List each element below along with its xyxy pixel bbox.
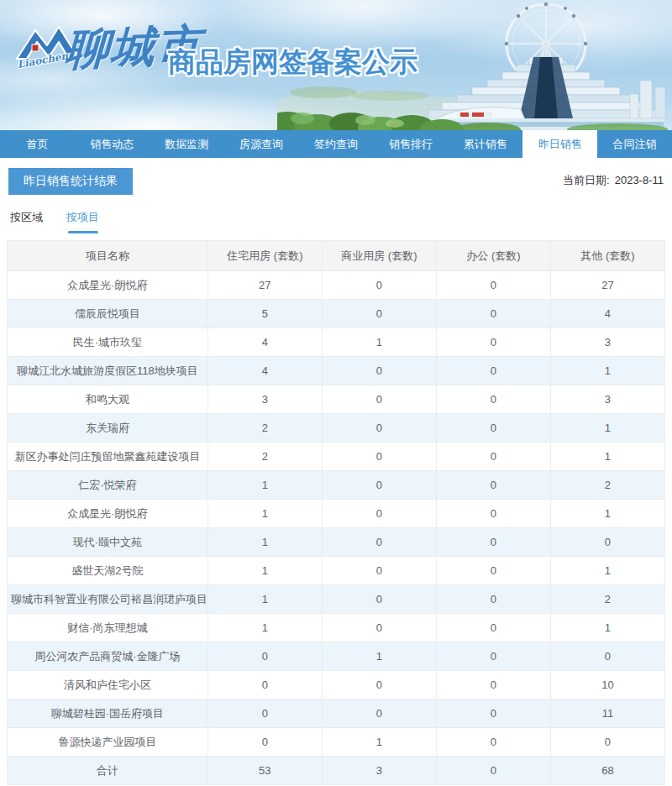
value-cell: 0 (436, 328, 550, 357)
nav-item-1[interactable]: 销售动态 (75, 130, 150, 158)
value-cell: 3 (322, 757, 436, 785)
value-cell: 27 (207, 271, 322, 300)
value-cell: 1 (207, 528, 322, 557)
brand-area: Liaocheng 聊城市 商品房网签备案公示 (0, 0, 672, 130)
current-date: 当前日期:2023-8-11 (563, 173, 664, 188)
value-cell: 53 (207, 757, 322, 785)
value-cell: 0 (322, 614, 436, 642)
value-cell: 0 (550, 728, 664, 757)
value-cell: 10 (550, 671, 664, 700)
value-cell: 0 (322, 700, 436, 728)
project-name-cell: 众成星光·朗悦府 (8, 271, 208, 300)
project-name-cell: 聊城碧桂园·国岳府项目 (8, 700, 208, 728)
value-cell: 1 (207, 585, 322, 614)
value-cell: 1 (207, 557, 322, 585)
tab-1[interactable]: 按项目 (65, 207, 101, 233)
value-cell: 0 (436, 614, 550, 642)
value-cell: 0 (207, 671, 322, 700)
value-cell: 3 (550, 328, 664, 357)
value-cell: 4 (550, 300, 664, 328)
value-cell: 0 (207, 700, 322, 728)
column-header: 项目名称 (8, 241, 208, 271)
value-cell: 0 (322, 471, 436, 500)
table-row: 清风和庐住宅小区00010 (8, 671, 665, 700)
value-cell: 0 (550, 642, 664, 671)
project-name-cell: 鲁源快递产业园项目 (8, 728, 208, 757)
table-header-row: 项目名称住宅用房 (套数)商业用房 (套数)办公 (套数)其他 (套数) (8, 241, 665, 271)
table-row: 鲁源快递产业园项目0100 (8, 728, 665, 757)
value-cell: 1 (550, 357, 664, 385)
project-name-cell: 聊城江北水城旅游度假区118地块项目 (8, 357, 208, 385)
project-name-cell: 和鸣大观 (8, 385, 208, 414)
value-cell: 0 (322, 357, 436, 385)
project-name-cell: 清风和庐住宅小区 (8, 671, 208, 700)
table-row: 聊城江北水城旅游度假区118地块项目4001 (8, 357, 665, 385)
nav-item-8[interactable]: 合同注销 (597, 130, 672, 158)
total-row: 合计533068 (8, 757, 665, 785)
value-cell: 0 (436, 642, 550, 671)
value-cell: 0 (436, 671, 550, 700)
value-cell: 2 (207, 414, 322, 443)
table-row: 和鸣大观3003 (8, 385, 665, 414)
value-cell: 0 (322, 500, 436, 528)
value-cell: 0 (436, 557, 550, 585)
section-title-badge: 昨日销售统计结果 (8, 168, 133, 195)
column-header: 办公 (套数) (436, 241, 550, 271)
project-name-cell: 现代·颐中文苑 (8, 528, 208, 557)
nav-item-3[interactable]: 房源查询 (224, 130, 299, 158)
table-row: 东关瑞府2001 (8, 414, 665, 443)
column-header: 商业用房 (套数) (322, 241, 436, 271)
value-cell: 0 (207, 642, 322, 671)
current-date-label: 当前日期: (563, 174, 610, 186)
value-cell: 1 (207, 500, 322, 528)
project-name-cell: 东关瑞府 (8, 414, 208, 443)
value-cell: 0 (436, 414, 550, 443)
value-cell: 1 (207, 471, 322, 500)
value-cell: 2 (550, 585, 664, 614)
tab-0[interactable]: 按区域 (8, 207, 45, 233)
nav-item-7[interactable]: 昨日销售 (522, 130, 597, 158)
nav-item-5[interactable]: 销售排行 (373, 130, 448, 158)
value-cell: 1 (322, 328, 436, 357)
value-cell: 3 (550, 385, 664, 414)
value-cell: 0 (322, 414, 436, 443)
nav-item-0[interactable]: 首页 (0, 130, 75, 158)
value-cell: 0 (207, 728, 322, 757)
table-row: 民生·城市玖玺4103 (8, 328, 665, 357)
value-cell: 0 (322, 385, 436, 414)
stats-table-wrap: 项目名称住宅用房 (套数)商业用房 (套数)办公 (套数)其他 (套数) 众成星… (0, 233, 672, 785)
value-cell: 1 (550, 414, 664, 443)
project-name-cell: 周公河农产品商贸城·金隆广场 (8, 642, 208, 671)
table-row: 盛世天湖2号院1001 (8, 557, 665, 585)
value-cell: 1 (550, 614, 664, 642)
nav-item-6[interactable]: 累计销售 (448, 130, 522, 158)
value-cell: 1 (322, 642, 436, 671)
value-cell: 0 (550, 528, 664, 557)
table-row: 新区办事处闫庄预留地聚鑫苑建设项目2001 (8, 443, 665, 471)
table-row: 聊城碧桂园·国岳府项目00011 (8, 700, 665, 728)
value-cell: 0 (436, 728, 550, 757)
content-header: 昨日销售统计结果 当前日期:2023-8-11 (0, 158, 672, 207)
value-cell: 0 (436, 443, 550, 471)
nav-item-4[interactable]: 签约查询 (299, 130, 374, 158)
value-cell: 0 (436, 700, 550, 728)
view-tabs: 按区域按项目 (0, 207, 672, 233)
value-cell: 0 (436, 500, 550, 528)
value-cell: 1 (550, 443, 664, 471)
value-cell: 2 (207, 443, 322, 471)
value-cell: 3 (207, 385, 322, 414)
value-cell: 0 (436, 757, 550, 785)
table-row: 儒辰辰悦项目5004 (8, 300, 665, 328)
value-cell: 0 (436, 357, 550, 385)
value-cell: 1 (207, 614, 322, 642)
value-cell: 0 (322, 271, 436, 300)
nav-item-2[interactable]: 数据监测 (150, 130, 224, 158)
value-cell: 1 (550, 557, 664, 585)
value-cell: 5 (207, 300, 322, 328)
project-name-cell: 聊城市科智置业有限公司裕昌润珺庐项目 (8, 585, 208, 614)
project-name-cell: 民生·城市玖玺 (8, 328, 208, 357)
project-name-cell: 新区办事处闫庄预留地聚鑫苑建设项目 (8, 443, 208, 471)
table-row: 众成星光·朗悦府1001 (8, 500, 665, 528)
column-header: 其他 (套数) (550, 241, 664, 271)
value-cell: 0 (322, 300, 436, 328)
